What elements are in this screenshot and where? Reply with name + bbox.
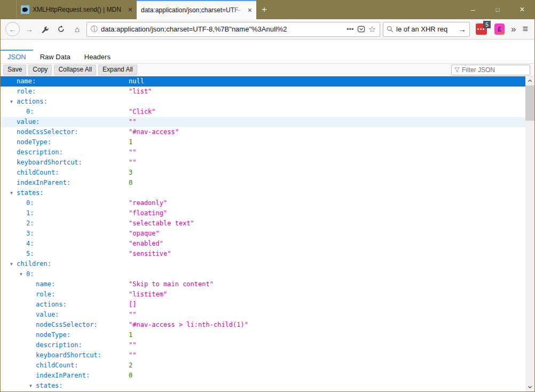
save-button[interactable]: Save (3, 65, 26, 75)
json-value: [] (129, 300, 136, 310)
json-row[interactable]: childCount:2 (1, 360, 534, 371)
json-key: nodeType: (17, 138, 51, 146)
tab-close-icon[interactable]: × (128, 6, 132, 13)
expand-arrow-icon[interactable]: ▼ (10, 97, 17, 107)
json-row[interactable]: actions:[] (1, 300, 534, 310)
tab-json[interactable]: JSON (1, 50, 33, 63)
expand-all-button[interactable]: Expand All (98, 65, 137, 75)
scroll-thumb[interactable] (525, 85, 534, 121)
json-row[interactable]: nodeType:1 (1, 330, 534, 340)
home-button[interactable]: ⌂ (70, 22, 84, 36)
search-input[interactable]: le of an XHR req (396, 25, 455, 33)
json-row[interactable]: childCount:3 (1, 168, 534, 178)
json-row[interactable]: 4:"enabled" (1, 239, 534, 249)
title-bar: XMLHttpRequest.send() | MDN × data:appli… (1, 0, 534, 19)
scroll-down-button[interactable] (525, 382, 534, 391)
json-row[interactable]: 2:"selectable text" (1, 218, 534, 229)
json-key: childCount: (36, 362, 78, 369)
search-bar[interactable]: le of an XHR req → (383, 22, 470, 37)
json-row[interactable]: description:"" (1, 147, 534, 158)
json-row[interactable]: nodeType:1 (1, 137, 534, 147)
json-row[interactable]: 5:"sensitive" (1, 249, 534, 259)
json-value: "" (129, 147, 136, 158)
browser-tab-mdn[interactable]: XMLHttpRequest.send() | MDN × (17, 0, 137, 19)
json-row[interactable]: description:"" (1, 340, 534, 350)
json-value: "listitem" (129, 289, 167, 300)
json-key: states: (17, 189, 44, 197)
json-row[interactable]: value:"" (1, 310, 534, 320)
mdn-favicon-icon (21, 5, 29, 14)
search-go-button[interactable]: → (458, 25, 466, 34)
json-row[interactable]: name:null (1, 76, 534, 87)
json-row[interactable]: name:"Skip to main content" (1, 279, 534, 289)
minimize-button[interactable]: – (461, 0, 485, 19)
tab-raw-data[interactable]: Raw Data (33, 50, 77, 63)
json-row[interactable]: ▼children: (1, 259, 534, 269)
json-value: 1 (129, 330, 132, 340)
json-key: 0: (26, 108, 34, 115)
json-row[interactable]: 3:"opaque" (1, 229, 534, 239)
json-row[interactable]: nodeCssSelector:"#nav-access" (1, 127, 534, 137)
extension-dots-icon (477, 28, 479, 30)
info-icon[interactable]: ⓘ (91, 25, 98, 34)
json-row[interactable]: 0:"readonly" (1, 198, 534, 208)
expand-arrow-icon[interactable]: ▼ (10, 188, 17, 198)
extension-button-pink[interactable]: £ (494, 23, 505, 35)
json-value: "" (129, 310, 136, 320)
json-key: 3: (26, 230, 34, 237)
reload-button[interactable] (54, 22, 68, 36)
tab-close-icon[interactable]: × (248, 6, 252, 14)
bookmark-star-icon[interactable]: ☆ (368, 24, 376, 34)
expand-arrow-icon[interactable]: ▼ (10, 259, 17, 269)
json-row[interactable]: ▼0: (1, 269, 534, 279)
json-row[interactable]: 0:"Click" (1, 107, 534, 117)
new-tab-button[interactable]: + (256, 0, 272, 19)
tab-headers[interactable]: Headers (77, 50, 117, 63)
expand-arrow-icon[interactable]: ▼ (29, 381, 36, 391)
wrench-icon[interactable] (38, 22, 52, 36)
json-row[interactable]: role:"listitem" (1, 289, 534, 300)
collapse-all-button[interactable]: Collapse All (54, 65, 96, 75)
titlebar-drag-space (272, 0, 461, 19)
hamburger-menu-icon[interactable]: ≡ (522, 23, 528, 35)
forward-button[interactable]: → (22, 22, 36, 36)
url-text[interactable]: data:application/json;charset=UTF-8,%7B"… (101, 25, 343, 33)
json-row[interactable]: 1:"floating" (1, 208, 534, 218)
maximize-button[interactable]: □ (485, 0, 510, 19)
json-row[interactable]: keyboardShortcut:"" (1, 350, 534, 360)
json-value: "#nav-access > li:nth-child(1)" (129, 320, 248, 330)
browser-tab-json[interactable]: data:application/json;charset=UTF- × (137, 0, 256, 19)
json-row[interactable]: value:"" (1, 117, 534, 127)
back-button[interactable]: ← (5, 22, 20, 36)
filter-json-box[interactable] (451, 65, 530, 75)
url-bar[interactable]: ⓘ data:application/json;charset=UTF-8,%7… (86, 22, 380, 37)
close-button[interactable]: × (510, 0, 534, 19)
json-row[interactable]: indexInParent:0 (1, 178, 534, 188)
overflow-chevrons-icon[interactable]: » (511, 24, 516, 35)
expand-arrow-icon[interactable]: ▼ (20, 269, 26, 279)
scrollbar[interactable] (525, 76, 534, 391)
scroll-up-button[interactable] (525, 76, 534, 85)
page-actions-icon[interactable]: ••• (347, 25, 354, 33)
json-row[interactable]: ▼actions: (1, 97, 534, 107)
json-key: 5: (26, 250, 34, 257)
json-row[interactable]: role:"list" (1, 87, 534, 97)
copy-button[interactable]: Copy (28, 65, 52, 75)
viewer-toolbar: Save Copy Collapse All Expand All (1, 64, 534, 76)
json-key: 4: (26, 240, 34, 247)
filter-json-input[interactable] (462, 66, 527, 74)
json-row[interactable]: keyboardShortcut:"" (1, 158, 534, 168)
json-key: role: (36, 291, 55, 298)
extension-button-red[interactable]: 5 (476, 23, 487, 35)
json-value: "#nav-access" (129, 127, 179, 137)
browser-window: XMLHttpRequest.send() | MDN × data:appli… (0, 0, 535, 392)
navigation-toolbar: ← → ⌂ ⓘ data:application/json;charset=UT… (1, 19, 534, 40)
extension-badge: 5 (483, 21, 491, 28)
json-row[interactable]: ▼states: (1, 188, 534, 198)
json-row[interactable]: nodeCssSelector:"#nav-access > li:nth-ch… (1, 320, 534, 330)
pocket-icon[interactable] (357, 25, 365, 33)
json-row[interactable]: indexInParent:0 (1, 371, 534, 381)
json-row[interactable]: ▼states: (1, 381, 534, 391)
json-tree-area: name:nullrole:"list"▼actions:0:"Click"va… (1, 76, 534, 391)
json-value: 1 (129, 137, 132, 147)
